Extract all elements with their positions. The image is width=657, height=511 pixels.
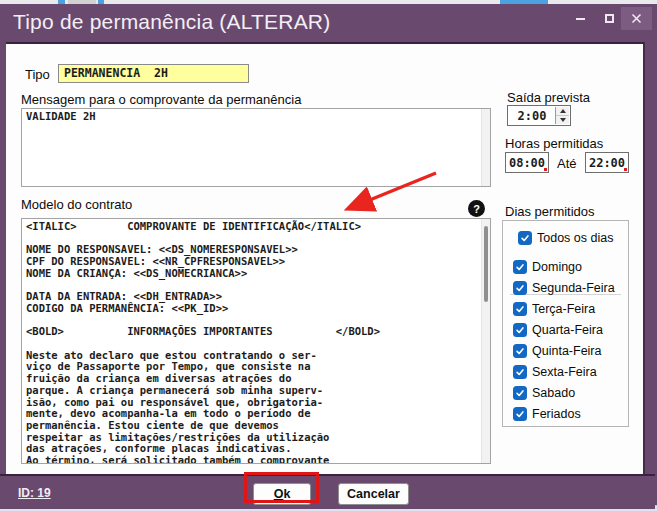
checkbox-checked-icon (513, 323, 527, 337)
checkbox-quarta-feira[interactable]: Quarta-Feira (513, 323, 603, 337)
mensagem-text: VALIDADE 2H (26, 111, 478, 123)
dias-permitidos-panel: Todos os dias Domingo Segunda-Feira Terç… (502, 220, 629, 427)
contrato-text: <ITALIC> COMPROVANTE DE IDENTIFICAÇÃO</I… (26, 221, 478, 464)
spin-up-button[interactable] (556, 107, 569, 116)
modelo-contrato-label: Modelo do contrato (21, 197, 132, 212)
horas-permitidas-label: Horas permitidas (505, 136, 603, 151)
checkbox-checked-icon (513, 365, 527, 379)
record-id-link[interactable]: ID: 19 (18, 486, 51, 500)
dialog-tipo-permanencia: Tipo de permanência (ALTERAR) Tipo PERMA… (0, 4, 657, 505)
close-icon (631, 13, 642, 24)
checkbox-label: Quinta-Feira (532, 344, 601, 358)
contrato-scrollbar-thumb[interactable] (484, 226, 488, 302)
dias-permitidos-label: Dias permitidos (505, 204, 595, 219)
title-bar: Tipo de permanência (ALTERAR) (0, 4, 657, 42)
checkbox-checked-icon (513, 386, 527, 400)
ok-button-label: k (283, 487, 290, 501)
window-title: Tipo de permanência (ALTERAR) (13, 10, 330, 34)
checkbox-feriados[interactable]: Feriados (513, 407, 581, 421)
maximize-icon (605, 14, 614, 23)
checkbox-label: Feriados (532, 407, 581, 421)
checkbox-sexta-feira[interactable]: Sexta-Feira (513, 365, 597, 379)
contrato-scrollbar[interactable] (481, 219, 490, 463)
checkbox-sabado[interactable]: Sabado (513, 386, 575, 400)
checkbox-label: Todos os dias (537, 231, 613, 245)
checkbox-terca-feira[interactable]: Terça-Feira (513, 302, 595, 316)
spin-down-button[interactable] (556, 116, 569, 125)
close-button[interactable] (621, 7, 652, 30)
saida-prevista-label: Saída prevista (507, 90, 590, 105)
contrato-textarea[interactable]: <ITALIC> COMPROVANTE DE IDENTIFICAÇÃO</I… (21, 218, 491, 464)
checkbox-quinta-feira[interactable]: Quinta-Feira (513, 344, 601, 358)
cancel-button[interactable]: Cancelar (338, 483, 409, 505)
dialog-content: Tipo PERMANENCIA 2H Mensagem para o comp… (6, 42, 645, 474)
required-marker (544, 168, 547, 171)
checkbox-label: Quarta-Feira (532, 323, 603, 337)
checkbox-checked-icon (518, 231, 532, 245)
mensagem-scrollbar[interactable] (481, 109, 490, 186)
hora-inicio-value: 08:00 (509, 156, 545, 170)
hora-fim-input[interactable]: 22:00 (585, 152, 629, 173)
spinner-buttons (555, 107, 569, 124)
checkbox-checked-icon (513, 407, 527, 421)
hora-inicio-input[interactable]: 08:00 (505, 152, 549, 173)
checkbox-checked-icon (513, 260, 527, 274)
tipo-input[interactable]: PERMANENCIA 2H (58, 64, 249, 83)
hora-fim-value: 22:00 (589, 156, 625, 170)
checkbox-checked-icon (513, 302, 527, 316)
minimize-button[interactable] (566, 7, 595, 30)
checkbox-segunda-feira[interactable]: Segunda-Feira (513, 281, 615, 295)
footer-bar: ID: 19 Ok Cancelar (0, 474, 655, 509)
screen: Tipo de permanência (ALTERAR) Tipo PERMA… (0, 0, 657, 511)
saida-prevista-spinner[interactable]: 2:00 (507, 105, 571, 126)
checkbox-label: Domingo (532, 260, 582, 274)
checkbox-domingo[interactable]: Domingo (513, 260, 582, 274)
ate-label: Até (557, 156, 577, 171)
tipo-label: Tipo (25, 67, 50, 82)
minimize-icon (576, 18, 585, 20)
checkbox-label: Segunda-Feira (532, 281, 615, 295)
ok-button-mnemonic: O (274, 487, 284, 501)
checkbox-label: Terça-Feira (532, 302, 595, 316)
help-icon[interactable]: ? (468, 200, 485, 217)
checkbox-checked-icon (513, 344, 527, 358)
checkbox-checked-icon (513, 281, 527, 295)
maximize-button[interactable] (595, 7, 624, 30)
required-marker (624, 168, 627, 171)
spin-up-icon (560, 109, 566, 113)
mensagem-label: Mensagem para o comprovante da permanênc… (21, 92, 301, 107)
checkbox-label: Sabado (532, 386, 575, 400)
checkbox-todos-os-dias[interactable]: Todos os dias (518, 231, 613, 245)
ok-button[interactable]: Ok (253, 483, 311, 505)
checkbox-label: Sexta-Feira (532, 365, 597, 379)
spin-down-icon (560, 118, 566, 122)
mensagem-textarea[interactable]: VALIDADE 2H (21, 108, 491, 187)
